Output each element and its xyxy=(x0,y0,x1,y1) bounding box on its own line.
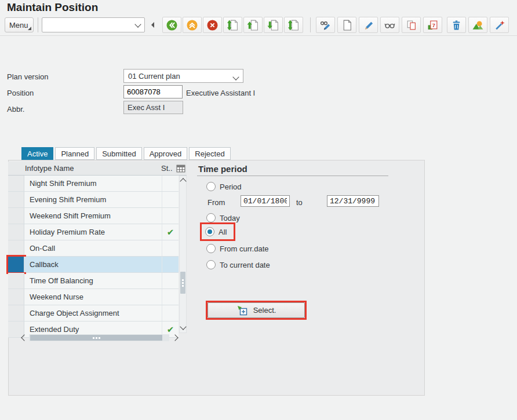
status-check-icon xyxy=(162,273,179,288)
delete-button[interactable] xyxy=(447,17,466,33)
page-up-button[interactable] xyxy=(243,17,263,33)
infotype-name-cell[interactable]: Weekend Nurse xyxy=(24,289,162,305)
table-row[interactable]: Charge Object Assignment xyxy=(8,305,179,322)
table-row[interactable]: Holiday Premium Rate ✔ xyxy=(8,224,179,240)
first-page-button[interactable] xyxy=(223,17,242,33)
tab-planned[interactable]: Planned xyxy=(55,147,94,160)
back-icon xyxy=(166,19,178,31)
infotype-name-cell[interactable]: Charge Object Assignment xyxy=(24,305,162,321)
infotype-name-header: Infotype Name xyxy=(25,164,161,173)
page-up-icon xyxy=(247,19,259,31)
table-row[interactable]: Night Shift Premium xyxy=(8,176,179,192)
command-combobox[interactable] xyxy=(42,17,145,32)
menu-dropdown-triangle-icon xyxy=(28,27,31,30)
plan-version-value: 01 Current plan xyxy=(128,72,180,81)
row-selector-cell[interactable] xyxy=(8,208,24,224)
row-selector-cell[interactable] xyxy=(8,257,24,272)
tab-active[interactable]: Active xyxy=(21,147,53,160)
toolbar: Menu 7 xyxy=(0,16,517,36)
row-selector-cell[interactable] xyxy=(8,289,24,305)
table-row[interactable]: Evening Shift Premium xyxy=(8,192,179,208)
table-row[interactable]: Time Off Balancing xyxy=(8,273,179,289)
infotype-name-cell[interactable]: Time Off Balancing xyxy=(24,273,162,288)
tab-rejected[interactable]: Rejected xyxy=(189,147,230,160)
radio-circle-icon[interactable] xyxy=(206,213,216,222)
status-check-icon: ✔ xyxy=(162,224,179,240)
vertical-scrollbar-thumb[interactable] xyxy=(180,272,185,294)
radio-from-current-date[interactable]: From curr.date xyxy=(206,244,269,253)
page-down-button[interactable] xyxy=(264,17,283,33)
delimit-button[interactable]: 7 xyxy=(423,17,442,33)
menu-button[interactable]: Menu xyxy=(5,17,34,32)
infotype-name-cell[interactable]: On-Call xyxy=(24,240,162,256)
radio-period[interactable]: Period xyxy=(206,182,242,191)
status-check-icon xyxy=(162,305,179,321)
select-icon xyxy=(236,305,248,316)
infotype-name-cell[interactable]: Weekend Shift Premium xyxy=(24,208,162,224)
position-input[interactable] xyxy=(123,85,183,98)
radio-circle-icon[interactable] xyxy=(206,182,216,191)
horizontal-scrollbar-track[interactable] xyxy=(29,334,169,341)
table-row[interactable]: On-Call xyxy=(8,240,179,257)
time-period-divider xyxy=(197,176,388,176)
radio-today[interactable]: Today xyxy=(206,213,240,222)
tab-approved[interactable]: Approved xyxy=(144,147,188,160)
toolbar-collapse-icon[interactable] xyxy=(148,22,154,28)
row-selector-cell[interactable] xyxy=(8,224,24,240)
svg-text:7: 7 xyxy=(432,21,435,28)
scroll-down-icon[interactable] xyxy=(180,323,186,330)
command-input[interactable] xyxy=(43,19,133,31)
radio-to-current-date[interactable]: To current date xyxy=(206,260,270,269)
scroll-left-icon[interactable] xyxy=(21,334,27,341)
row-selector-cell[interactable] xyxy=(8,176,24,191)
toolbar-separator xyxy=(38,17,38,32)
to-date-input[interactable] xyxy=(327,195,379,207)
abbr-value: Exec Asst I xyxy=(128,103,165,112)
cancel-button[interactable] xyxy=(203,17,222,33)
radio-all[interactable]: All xyxy=(200,222,235,241)
row-selector-cell[interactable] xyxy=(8,305,24,321)
scroll-right-icon[interactable] xyxy=(172,334,178,341)
table-row[interactable]: Weekend Nurse xyxy=(8,289,179,305)
create-button[interactable] xyxy=(337,17,356,33)
row-selector-cell[interactable] xyxy=(8,240,24,256)
infotype-name-cell[interactable]: Night Shift Premium xyxy=(24,176,162,191)
combobox-chevron-down-icon[interactable] xyxy=(134,21,141,27)
delete-icon xyxy=(450,19,463,31)
exit-button[interactable] xyxy=(183,17,202,33)
table-row[interactable]: Weekend Shift Premium xyxy=(8,208,179,224)
plan-version-dropdown[interactable]: 01 Current plan xyxy=(123,69,243,83)
horizontal-scrollbar-thumb[interactable] xyxy=(30,335,162,341)
infotype-name-cell[interactable]: Holiday Premium Rate xyxy=(24,224,162,240)
display-change-button[interactable] xyxy=(316,17,335,33)
select-button[interactable]: Select. xyxy=(207,302,305,318)
scroll-up-icon[interactable] xyxy=(180,178,186,184)
infotype-name-cell[interactable]: Callback xyxy=(24,257,162,272)
radio-circle-icon[interactable] xyxy=(205,227,214,236)
status-check-icon xyxy=(162,289,179,305)
row-selector-cell[interactable] xyxy=(8,192,24,207)
exit-icon xyxy=(186,19,198,31)
display-button[interactable] xyxy=(380,17,399,33)
change-button[interactable] xyxy=(359,17,378,33)
table-row[interactable]: Callback xyxy=(8,257,179,273)
table-horizontal-scrollbar[interactable] xyxy=(17,334,180,342)
change-icon xyxy=(362,19,374,31)
radio-circle-icon[interactable] xyxy=(206,260,216,269)
last-page-button[interactable] xyxy=(284,17,303,33)
copy-button[interactable] xyxy=(402,17,421,33)
execute-button[interactable] xyxy=(490,17,509,33)
row-selector-cell[interactable] xyxy=(8,273,24,288)
time-period-title: Time period xyxy=(198,164,247,174)
to-label: to xyxy=(296,198,303,207)
tab-submitted[interactable]: Submitted xyxy=(96,147,142,160)
page-down-icon xyxy=(267,19,279,31)
from-date-input[interactable] xyxy=(241,195,290,207)
table-vertical-scrollbar[interactable] xyxy=(179,176,187,333)
infotype-name-cell[interactable]: Evening Shift Premium xyxy=(24,192,162,207)
overview-button[interactable] xyxy=(468,17,487,33)
back-button[interactable] xyxy=(162,17,181,33)
radio-circle-icon[interactable] xyxy=(206,244,216,253)
menu-button-label: Menu xyxy=(9,21,28,30)
table-settings-icon[interactable] xyxy=(176,164,185,173)
